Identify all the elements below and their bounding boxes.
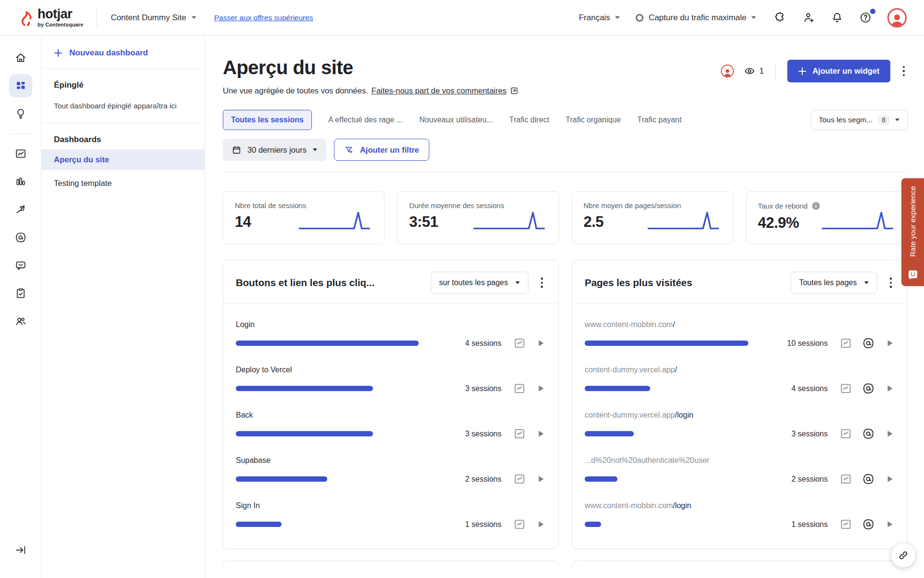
sparkline-chart xyxy=(821,209,897,234)
invite-user-button[interactable] xyxy=(802,11,815,24)
rail-item-interviews[interactable] xyxy=(9,310,32,333)
widget-scope-selector[interactable]: sur toutes les pages xyxy=(431,272,528,294)
play-icon[interactable] xyxy=(536,474,546,484)
heatmap-icon[interactable] xyxy=(862,337,875,350)
user-avatar[interactable] xyxy=(887,8,907,27)
bar xyxy=(585,431,634,436)
tab-rage-clicks[interactable]: A effectué des rage ... xyxy=(328,116,403,124)
play-icon[interactable] xyxy=(536,383,546,394)
heatmap-icon[interactable] xyxy=(862,473,875,486)
add-filter-button[interactable]: Ajouter un filtre xyxy=(334,139,429,161)
rail-item-dashboards[interactable] xyxy=(9,74,32,97)
trend-chart-icon[interactable] xyxy=(513,337,526,350)
play-icon[interactable] xyxy=(885,429,895,439)
rail-item-surveys[interactable] xyxy=(9,282,32,305)
date-range-label: 30 derniers jours xyxy=(247,145,307,155)
page-options-menu[interactable] xyxy=(900,63,908,79)
feedback-link[interactable]: Faites-nous part de vos commentaires xyxy=(372,86,507,95)
help-button[interactable] xyxy=(859,11,872,24)
pinned-title: Épinglé xyxy=(54,80,192,90)
widget-options-menu[interactable] xyxy=(538,275,546,291)
rail-collapse-button[interactable] xyxy=(9,539,32,562)
trend-chart-icon[interactable] xyxy=(839,427,852,440)
tab-toutes-les-sessions[interactable]: Toutes les sessions xyxy=(223,110,312,130)
row-label: Login xyxy=(236,320,546,329)
share-link-button[interactable] xyxy=(891,543,915,567)
trend-chart-icon[interactable] xyxy=(513,518,526,531)
add-widget-button[interactable]: Ajouter un widget xyxy=(787,60,890,82)
widget-most-clicked: Boutons et lien les plus cliq... sur tou… xyxy=(223,260,559,549)
row-label: Deploy to Vercel xyxy=(236,366,546,374)
trend-chart-icon[interactable] xyxy=(839,518,852,531)
row-label-muted: www.content-mobbin.com xyxy=(585,501,673,510)
metric-label: Taux de rebond xyxy=(758,202,808,210)
metric-label: Durée moyenne des sessions xyxy=(409,201,547,210)
play-icon[interactable] xyxy=(885,338,895,348)
integrations-button[interactable] xyxy=(774,11,787,24)
heatmap-blob-icon xyxy=(14,231,27,244)
bar-list: www.content-mobbin.com/ 10 sessions xyxy=(572,304,907,531)
row-label: www.content-mobbin.com/ xyxy=(585,320,895,329)
tab-trafic-organique[interactable]: Trafic organique xyxy=(565,116,621,124)
collaborator-avatar[interactable] xyxy=(721,65,734,78)
site-selector[interactable]: Content Dummy Site xyxy=(111,13,197,23)
dashboards-grid-icon xyxy=(14,79,27,92)
language-selector[interactable]: Français xyxy=(579,13,620,23)
play-icon[interactable] xyxy=(536,429,546,439)
row-label-strong: /login xyxy=(675,411,693,419)
play-icon[interactable] xyxy=(536,519,546,529)
new-dashboard-button[interactable]: Nouveau dashboard xyxy=(41,36,205,69)
trend-chart-icon[interactable] xyxy=(839,382,852,395)
feedback-bubble-icon xyxy=(14,259,27,272)
sessions-count: 2 sessions xyxy=(465,475,501,484)
trend-chart-icon[interactable] xyxy=(513,473,526,486)
notifications-button[interactable] xyxy=(831,11,844,24)
rail-item-journeys[interactable] xyxy=(9,198,32,221)
bar-track xyxy=(585,522,748,527)
tab-trafic-direct[interactable]: Trafic direct xyxy=(509,116,549,124)
hotjar-logo[interactable]: hotjar by Contentsquare xyxy=(18,8,83,27)
info-icon[interactable] xyxy=(811,201,821,210)
sparkline-chart xyxy=(472,209,548,234)
trend-chart-icon[interactable] xyxy=(513,382,526,395)
rate-experience-tab[interactable]: Rate your experience xyxy=(901,178,924,286)
capture-mode-selector[interactable]: Capture du trafic maximale xyxy=(635,13,757,23)
rail-item-home[interactable] xyxy=(9,46,32,69)
trend-chart-icon[interactable] xyxy=(839,337,852,350)
segments-selector[interactable]: Tous les segm... 8 xyxy=(811,110,908,130)
rail-item-heatmaps[interactable] xyxy=(9,226,32,249)
play-icon[interactable] xyxy=(885,519,895,529)
widget-options-menu[interactable] xyxy=(887,275,895,291)
people-icon xyxy=(14,315,27,328)
rail-item-funnels[interactable] xyxy=(9,170,32,193)
upgrade-link[interactable]: Passer aux offres supérieures xyxy=(214,13,313,22)
sidebar-item-apercu-du-site[interactable]: Aperçu du site xyxy=(41,149,205,170)
trend-chart-icon[interactable] xyxy=(513,427,526,440)
widget-scope-selector[interactable]: Toutes les pages xyxy=(791,272,877,294)
row-label-strong: /login xyxy=(673,501,691,510)
tab-trafic-payant[interactable]: Trafic payant xyxy=(637,116,681,124)
play-icon[interactable] xyxy=(885,383,895,394)
play-icon[interactable] xyxy=(536,338,546,348)
topbar: hotjar by Contentsquare Content Dummy Si… xyxy=(0,0,924,36)
heatmap-icon[interactable] xyxy=(862,518,875,531)
tab-nouveaux-utilisateurs[interactable]: Nouveaux utilisateu... xyxy=(419,116,493,124)
trend-chart-icon[interactable] xyxy=(839,473,852,486)
rail-item-ideas[interactable] xyxy=(9,102,32,125)
rail-item-trends[interactable] xyxy=(9,142,32,165)
add-widget-label: Ajouter un widget xyxy=(812,66,879,76)
date-range-selector[interactable]: 30 derniers jours xyxy=(223,139,326,161)
header-divider xyxy=(775,64,776,79)
heatmap-icon[interactable] xyxy=(862,427,875,440)
bar-list-row: Sign In 1 sessions xyxy=(236,501,546,531)
bar xyxy=(585,476,617,482)
rail-item-feedback[interactable] xyxy=(9,254,32,277)
sessions-count: 4 sessions xyxy=(791,384,828,393)
page-title: Aperçu du site xyxy=(223,57,519,79)
play-icon[interactable] xyxy=(885,474,895,484)
bar-list-row: content-dummy.vercel.app/login 3 session… xyxy=(585,411,895,440)
trends-icon xyxy=(14,147,27,160)
bar xyxy=(236,341,419,346)
sidebar-item-testing-template[interactable]: Testing template xyxy=(41,173,205,194)
heatmap-icon[interactable] xyxy=(862,382,875,395)
